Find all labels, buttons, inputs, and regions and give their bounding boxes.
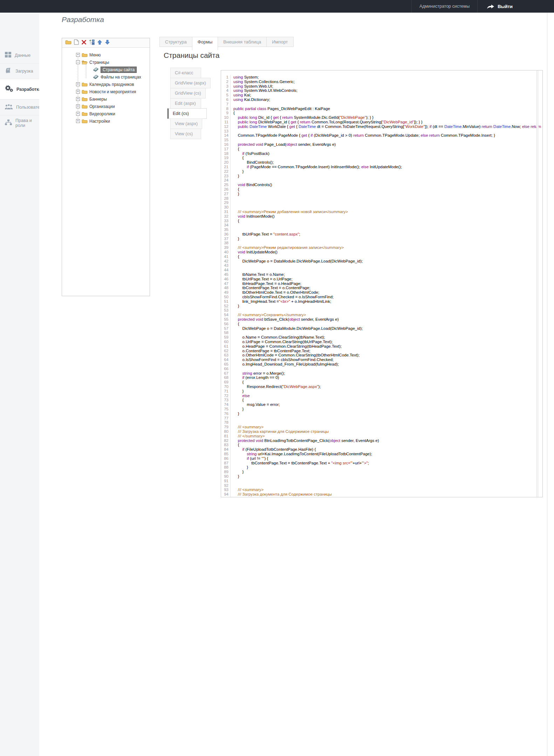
code-line: 59 o.Name = Common.ClearString(tbName.Te… [221, 335, 542, 340]
line-number: 39 [221, 245, 231, 250]
code-text: using System.Collections.Generic; [233, 80, 295, 84]
sidebar-item-label: Данные [15, 53, 30, 58]
expand-toggle[interactable]: + [76, 119, 80, 123]
sidebar-item-3[interactable]: Разработка [0, 79, 39, 99]
tab-1[interactable]: Структура [159, 37, 192, 47]
code-tab-6[interactable]: View (aspx) [170, 118, 202, 129]
code-tab-7[interactable]: View (cs) [170, 129, 201, 139]
code-text: /// </summary> [233, 497, 265, 497]
tree-node[interactable]: +Видеоролики [64, 110, 148, 117]
code-line: 66 [221, 367, 542, 371]
sort-button[interactable] [89, 39, 95, 46]
expand-toggle[interactable]: + [76, 82, 80, 86]
sidebar-item-4[interactable]: Пользователи [0, 99, 39, 115]
code-text [233, 420, 234, 425]
code-text: tbHeadPage.Text = o.HeadPage; [233, 281, 301, 286]
new-folder-button[interactable] [65, 40, 71, 46]
code-text: cbIsShowFormFind.Checked = o.IsShowFormF… [233, 295, 334, 299]
code-line: 37 } [221, 237, 542, 241]
code-tab-2[interactable]: GridView (aspx) [170, 78, 211, 88]
expand-toggle[interactable]: + [76, 104, 80, 108]
line-number: 91 [221, 479, 231, 483]
code-text: { [233, 156, 244, 160]
sidebar-item-1[interactable]: Данные [0, 47, 39, 63]
code-text [233, 102, 234, 107]
expand-toggle[interactable]: + [76, 97, 80, 101]
expand-toggle[interactable]: + [76, 112, 80, 116]
code-editor[interactable]: 1using System;2using System.Collections.… [221, 70, 543, 497]
line-number: 70 [221, 384, 231, 389]
code-text: tbUrlPage.Text = o.UrlPage; [233, 277, 292, 281]
move-down-button[interactable] [105, 40, 110, 46]
code-text: } [233, 192, 239, 196]
code-text: /// Загрузка документа для Содержимое ст… [233, 492, 332, 497]
line-number: 34 [221, 223, 231, 227]
tree-node[interactable]: +Новости и мероприятия [64, 88, 148, 95]
tab-4[interactable]: Импорт [266, 37, 293, 47]
tab-3[interactable]: Внешняя таблица [218, 37, 267, 47]
folder-open-icon [82, 60, 88, 64]
line-number: 71 [221, 389, 231, 394]
code-text [233, 483, 234, 488]
logout-button[interactable]: Выйти [478, 0, 554, 13]
line-number: 44 [221, 268, 231, 272]
code-line: 36 tbUrlPage.Text = "content.aspx"; [221, 232, 542, 237]
code-line: 84 if (FileUploadTotbContentPage.HasFile… [221, 447, 542, 452]
tree-node[interactable]: +Настройки [64, 117, 148, 125]
code-line: 2using System.Collections.Generic; [221, 80, 542, 84]
code-tab-3[interactable]: GridView (cs) [170, 88, 206, 98]
delete-button[interactable] [81, 40, 87, 46]
code-line: 68 if (error.Length == 0) [221, 375, 542, 380]
tree-node[interactable]: +Организации [64, 103, 148, 110]
code-line: 17 { [221, 147, 542, 151]
code-line: 41 { [221, 254, 542, 259]
line-number: 27 [221, 192, 231, 196]
expand-toggle[interactable]: + [76, 53, 80, 57]
line-number: 85 [221, 452, 231, 456]
code-tab-4[interactable]: Edit (aspx) [170, 98, 201, 109]
code-line: 60 o.UrlPage = Common.ClearString(tbUrlP… [221, 340, 542, 344]
line-number: 90 [221, 474, 231, 479]
folder-closed-icon [82, 82, 88, 87]
code-tab-5[interactable]: Edit (cs) [167, 108, 207, 119]
code-tab-1[interactable]: C#-класс [170, 68, 201, 78]
expand-toggle[interactable]: + [76, 90, 80, 94]
code-text: } [233, 465, 248, 470]
code-line: 30 [221, 205, 542, 210]
line-number: 12 [221, 124, 231, 129]
line-number: 37 [221, 237, 231, 241]
new-item-button[interactable] [74, 39, 79, 46]
code-line: 21 if (PageMode == Common.TPageMode.Inse… [221, 165, 542, 169]
line-number: 56 [221, 322, 231, 326]
code-text [233, 200, 234, 205]
code-text: Common.TPageMode PageMode { get { if (Di… [233, 133, 495, 138]
code-line: 93 /// <summary> [221, 488, 542, 492]
code-text: } [233, 407, 244, 411]
tree-node[interactable]: −Страницы [64, 59, 148, 66]
code-line: 57 DicWebPage o = DataModule.DicWebPage.… [221, 326, 542, 331]
tree-node-label: Организации [89, 104, 115, 109]
current-user-label: Администратор системы [411, 0, 478, 13]
tree-node[interactable]: Страницы сайта [64, 66, 148, 73]
code-text: } [233, 411, 239, 416]
line-number: 54 [221, 313, 231, 317]
code-text: { [233, 380, 244, 384]
code-text: o.OtherHtmlCode = Common.ClearString(tbO… [233, 353, 360, 357]
code-line: 82 protected void BtnLoadImgTotbContentP… [221, 438, 542, 443]
users-icon [5, 103, 13, 111]
tree-node[interactable]: Файлы на страницах [64, 73, 148, 81]
tree-node-label: Настройки [89, 119, 110, 124]
move-up-button[interactable] [97, 40, 102, 46]
tree-node[interactable]: +Баннеры [64, 95, 148, 103]
collapse-toggle[interactable]: − [76, 60, 80, 64]
tree-node[interactable]: +Календарь праздников [64, 81, 148, 88]
tree-node[interactable]: +Меню [64, 51, 148, 59]
code-line: 3using System.Web.UI; [221, 84, 542, 89]
sidebar-item-5[interactable]: Права и роли [0, 115, 39, 131]
tab-2[interactable]: Формы [192, 37, 218, 50]
sidebar-item-2[interactable]: Загрузка [0, 63, 39, 79]
code-text: BindControls(); [233, 160, 274, 165]
tree-node-label: Новости и мероприятия [89, 89, 136, 94]
grid-icon [5, 52, 12, 59]
vertical-scrollbar[interactable] [536, 70, 538, 497]
